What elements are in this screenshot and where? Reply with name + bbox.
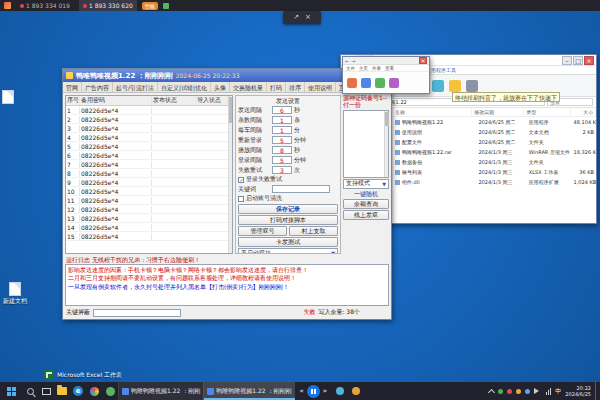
search-icon[interactable] [22,382,38,400]
log-box[interactable]: 影响发送速度的因素：手机卡顿？电脑卡顿？网络卡顿？都会影响发送速度，请自行排查！… [65,264,389,306]
properties-icon[interactable] [466,80,478,92]
main-tab[interactable]: 交换随机量 [230,82,267,92]
file-row[interactable]: 数据备份 2024/1/3 周三 文件夹 [393,157,596,167]
file-icon[interactable] [361,78,371,88]
media-pause-button[interactable] [307,385,320,398]
session-tab-1[interactable]: 1 893 334 019 [16,0,74,11]
captcha-script-button[interactable]: 打码对接脚本 [238,215,338,225]
tray-icon[interactable] [498,389,503,394]
forward-icon[interactable]: → [351,58,355,64]
file-icon[interactable] [347,78,357,88]
close-button[interactable]: × [584,56,594,65]
main-tab[interactable]: 打码 [267,82,286,92]
table-row[interactable]: 5 08226d5e*4 [66,142,232,151]
show-desktop-button[interactable] [595,382,598,400]
manage-accounts-button[interactable]: 管理双号 [238,226,287,236]
pinned-app-icon[interactable] [348,382,364,400]
tray-icon[interactable] [516,389,521,394]
table-header[interactable]: 序号 [66,96,80,105]
browser-icon[interactable] [86,382,102,400]
edge-icon[interactable] [70,382,86,400]
file-row[interactable]: 账号列表 2024/1/3 周三 XLSX 工作表 36 KB [393,167,596,177]
maximize-button[interactable]: □ [573,56,583,65]
table-row[interactable]: 15 08226d5e*4 [66,232,232,241]
file-row[interactable]: 组件.dll 2024/1/3 周三 应用程序扩展 1,024 KB [393,177,596,187]
close-button[interactable]: × [419,57,427,64]
task-view-icon[interactable] [38,382,54,400]
table-row[interactable]: 11 08226d5e*4 [66,196,232,205]
table-row[interactable]: 3 08226d5e*4 [66,124,232,133]
column-header-name[interactable]: 名称 [393,109,472,115]
balance-button[interactable]: 余额查询 [343,199,389,209]
file-row[interactable]: 使用说明 2024/6/25 周二 文本文档 2 KB [393,127,596,137]
main-tab[interactable]: 起号/引流打法 [113,82,158,92]
main-tab[interactable]: 官网 [63,82,82,92]
language-indicator[interactable]: 中 [555,387,561,396]
desktop-shortcut-excel[interactable]: Microsoft Excel 工作表 [44,370,122,380]
clean-checkbox[interactable]: 启动账号清洗 [238,194,338,203]
table-row[interactable]: 6 08226d5e*4 [66,151,232,160]
table-row[interactable]: 14 08226d5e*4 [66,223,232,232]
file-row[interactable]: 鸭唯鸭唯视频1.22.rar 2024/1/3 周三 WinRAR 压缩文件 1… [393,147,596,157]
main-tab[interactable]: 使用说明 [305,82,336,92]
desktop-shortcut-document[interactable]: 新建文档 [3,282,27,306]
setting-value-input[interactable]: 5 [272,156,292,164]
media-next-button[interactable]: » [323,388,327,395]
taskbar-app-1[interactable]: 鸭唯鸭唯视频1.22 ：刚刚 [118,382,203,400]
keyword-input[interactable] [272,185,330,193]
support-mode-select[interactable]: 支持模式 ▼ [343,179,389,189]
file-row[interactable]: 鸭唯鸭唯视频1.22 2024/6/25 周二 应用程序 48,104 KB [393,117,596,127]
table-header[interactable]: 导入状态 [196,96,228,105]
mini-title-bar[interactable]: ← → × [343,57,429,65]
volume-icon[interactable] [534,388,542,394]
file-icon[interactable] [375,78,385,88]
setting-value-input[interactable]: 8 [272,146,292,154]
main-tab[interactable]: 广告内容 [82,82,113,92]
hidden-icons-chevron[interactable] [488,388,495,395]
taskbar-app-2[interactable]: 鸭唯鸭唯视频1.22 ：刚刚刚 [203,382,294,400]
session-tab-2[interactable]: 1 893 330 620 [79,0,137,11]
keyword-block-input[interactable] [93,309,181,317]
rename-icon[interactable] [432,80,444,92]
pick-button[interactable]: 村上支取 [289,226,338,236]
column-header-type[interactable]: 类型 [524,109,570,115]
file-icon[interactable] [389,78,399,88]
clock[interactable]: 20:22 2024/6/25 [565,385,591,398]
tray-icon[interactable] [507,389,512,394]
main-tab[interactable]: 排序 [286,82,305,92]
minimize-button[interactable]: – [562,56,572,65]
desktop-shortcut[interactable] [2,90,14,104]
table-row[interactable]: 12 08226d5e*4 [66,205,232,214]
online-send-button[interactable]: 线上发双 [343,210,389,220]
mode-select[interactable]: 不启动双挂 ▼ [238,248,338,254]
file-row[interactable]: 配置文件 2024/6/25 周二 文件夹 [393,137,596,147]
column-header-size[interactable]: 大小 [571,109,596,115]
setting-value-input[interactable]: 6 [272,106,292,114]
save-button[interactable]: 保存记录 [238,204,338,214]
table-row[interactable]: 10 08226d5e*4 [66,187,232,196]
table-row[interactable]: 9 08226d5e*4 [66,178,232,187]
table-row[interactable]: 2 08226d5e*4 [66,115,232,124]
setting-value-input[interactable]: 5 [272,136,292,144]
mini-tab[interactable]: 文件 [346,66,355,71]
card-test-button[interactable]: 卡发测试 [238,237,338,247]
chat-app-icon[interactable] [102,382,118,400]
table-header[interactable]: 发布状态 [152,96,196,105]
setting-value-input[interactable]: 1 [272,116,292,124]
start-button[interactable] [0,382,22,400]
table-row[interactable]: 4 08226d5e*4 [66,133,232,142]
listbox-scrollbar[interactable] [384,111,388,177]
close-icon[interactable]: × [305,14,311,21]
random-link[interactable]: 一键随机 [343,189,389,198]
mini-tab[interactable]: 查看 [385,66,394,71]
setting-value-input[interactable]: 3 [272,166,292,174]
retry-checkbox[interactable]: ✓ 登录失败重试 [238,175,338,184]
network-icon[interactable] [546,388,551,395]
main-tab[interactable]: 自定义|试错|优化 [158,82,211,92]
file-explorer-icon[interactable] [54,382,70,400]
table-scrollbar[interactable] [228,96,232,253]
setting-value-input[interactable]: 1 [272,126,292,134]
back-icon[interactable]: ← [345,58,349,64]
tray-icon[interactable] [525,389,530,394]
column-header-date[interactable]: 修改日期 [472,109,524,115]
